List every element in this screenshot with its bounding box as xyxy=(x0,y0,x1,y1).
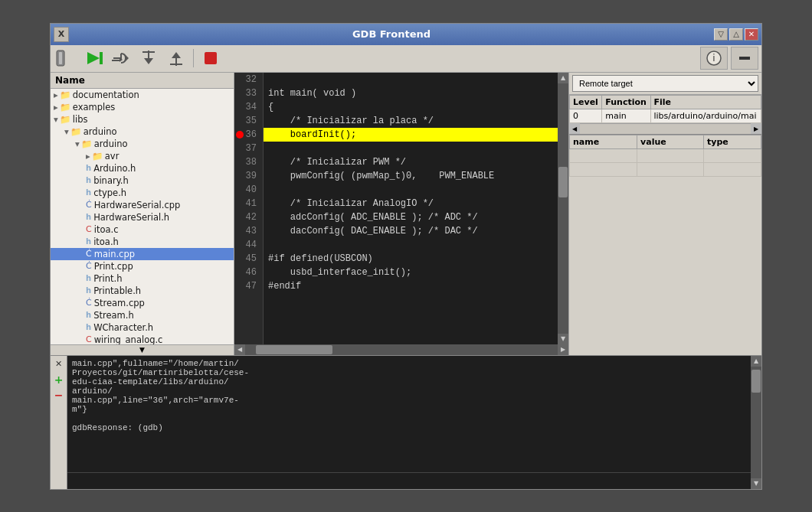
tree-item[interactable]: hctype.h xyxy=(51,187,234,199)
tree-item[interactable]: hHardwareSerial.h xyxy=(51,211,234,223)
line-number: 36 xyxy=(237,128,260,142)
close-button[interactable]: ✕ xyxy=(745,28,758,41)
svg-marker-11 xyxy=(172,52,181,58)
scrollbar-up-btn[interactable]: ▲ xyxy=(558,73,568,83)
tree-item[interactable]: hbinary.h xyxy=(51,174,234,187)
tree-item[interactable]: ▾📁arduino xyxy=(51,126,234,138)
tree-item[interactable]: hStream.h xyxy=(51,309,234,321)
code-line: /* Inicializar PWM */ xyxy=(264,155,558,169)
vars-value-cell-2 xyxy=(637,162,704,176)
line-number: 43 xyxy=(237,224,260,238)
vars-table: name value type xyxy=(569,135,761,177)
code-line xyxy=(264,73,558,86)
stack-col-function: Function xyxy=(602,95,650,109)
scrollbar-thumb[interactable] xyxy=(558,167,568,197)
line-number: 32 xyxy=(237,73,260,86)
toolbar-sep1 xyxy=(193,49,194,67)
code-line: dacConfig( DAC_ENABLE ); /* DAC */ xyxy=(264,224,558,238)
vars-type-cell-2 xyxy=(704,162,761,176)
tree-item[interactable]: ĊPrint.cpp xyxy=(51,260,234,272)
collapse-button[interactable]: ▽ xyxy=(714,28,728,41)
scrollbar-right-btn[interactable]: ▶ xyxy=(558,344,568,355)
run-button[interactable] xyxy=(81,47,106,69)
code-hscrollbar[interactable]: ◀ ▶ xyxy=(234,344,568,355)
info-button[interactable]: i xyxy=(700,47,728,70)
line-number: 34 xyxy=(237,100,260,114)
maximize-button[interactable]: △ xyxy=(729,28,743,41)
scrollbar-left-btn[interactable]: ◀ xyxy=(234,344,245,355)
stack-col-level: Level xyxy=(570,95,602,109)
line-number: 46 xyxy=(237,266,260,279)
step-into-button[interactable] xyxy=(136,47,161,69)
console-scroll-down[interactable]: ▼ xyxy=(751,478,761,489)
code-line: int main( void ) xyxy=(264,86,558,100)
svg-marker-8 xyxy=(144,58,153,64)
x-logo: X xyxy=(54,27,69,42)
tree-item[interactable]: hWCharacter.h xyxy=(51,321,234,334)
tree-item[interactable]: ▸📁examples xyxy=(51,101,234,113)
tree-item[interactable]: ĊStream.cpp xyxy=(51,297,234,309)
tree-item[interactable]: ▸📁documentation xyxy=(51,89,234,101)
code-line: { xyxy=(264,100,558,114)
tree-item[interactable]: Ċmain.cpp xyxy=(51,248,234,260)
stack-level: 0 xyxy=(570,109,602,122)
console-vscrollbar[interactable]: ▲ ▼ xyxy=(751,356,761,489)
code-line: #if defined(USBCON) xyxy=(264,252,558,266)
tree-item[interactable]: ĊHardwareSerial.cpp xyxy=(51,199,234,211)
titlebar-title: GDB Frontend xyxy=(69,28,714,40)
console-input[interactable] xyxy=(67,473,751,489)
tree-item[interactable]: Cwiring_analog.c xyxy=(51,334,234,344)
svg-rect-1 xyxy=(59,52,62,64)
line-number: 33 xyxy=(237,86,260,100)
tree-item[interactable]: ▾📁arduino xyxy=(51,138,234,150)
file-tree: Name ▸📁documentation▸📁examples▾📁libs▾📁ar… xyxy=(51,73,234,355)
tree-item[interactable]: hPrintable.h xyxy=(51,285,234,297)
remote-target-select[interactable]: Remote target xyxy=(572,75,758,92)
svg-text:i: i xyxy=(712,53,715,64)
code-line: adcConfig( ADC_ENABLE ); /* ADC */ xyxy=(264,210,558,224)
vars-col-value: value xyxy=(637,135,704,148)
file-tree-body[interactable]: ▸📁documentation▸📁examples▾📁libs▾📁arduino… xyxy=(51,89,234,344)
tree-item[interactable]: ▾📁libs xyxy=(51,113,234,126)
code-line: /* Inicializar la placa */ xyxy=(264,114,558,128)
console-output[interactable]: main.cpp",fullname="/home/martin/ Proyec… xyxy=(67,356,751,472)
console-plus-btn[interactable]: + xyxy=(52,373,66,386)
stack-row[interactable]: 0mainlibs/arduino/arduino/mai xyxy=(570,109,761,122)
svg-rect-5 xyxy=(112,60,120,61)
stack-table: Level Function File 0mainlibs/arduino/ar… xyxy=(569,95,761,123)
tree-item[interactable]: ▸📁avr xyxy=(51,150,234,162)
right-panel: Remote target Level Function File 0mainl… xyxy=(568,73,761,355)
console-input-area xyxy=(67,472,751,489)
line-number: 41 xyxy=(237,197,260,210)
tree-scroll-down[interactable]: ▼ xyxy=(51,344,234,355)
svg-rect-13 xyxy=(205,52,217,64)
code-line xyxy=(264,238,558,252)
scrollbar-down-btn[interactable]: ▼ xyxy=(558,334,568,344)
tree-item[interactable]: hitoa.h xyxy=(51,236,234,248)
scrollbar-h-thumb[interactable] xyxy=(256,345,332,354)
stop-button[interactable] xyxy=(198,47,223,69)
svg-rect-3 xyxy=(100,52,103,64)
line-numbers: 32333435363738394041424344454647 xyxy=(234,73,264,344)
line-number: 47 xyxy=(237,279,260,293)
console-minus-btn[interactable]: − xyxy=(52,388,66,402)
tree-item[interactable]: Citoa.c xyxy=(51,223,234,236)
console-scroll-up[interactable]: ▲ xyxy=(751,356,761,367)
console-close-btn[interactable]: ✕ xyxy=(52,357,66,371)
stack-hscrollbar[interactable]: ◀ ▶ xyxy=(569,123,761,134)
svg-marker-4 xyxy=(126,55,129,61)
tree-item[interactable]: hPrint.h xyxy=(51,272,234,285)
line-number: 35 xyxy=(237,114,260,128)
vars-type-cell xyxy=(704,148,761,162)
vars-panel: name value type xyxy=(569,134,761,177)
vars-name-cell-2 xyxy=(570,162,637,176)
stack-file: libs/arduino/arduino/mai xyxy=(650,109,761,122)
code-vscrollbar[interactable]: ▲ ▼ xyxy=(558,73,568,344)
minus-button[interactable] xyxy=(731,47,758,70)
code-line xyxy=(264,183,558,197)
step-out-button[interactable] xyxy=(164,47,188,69)
step-over-button[interactable] xyxy=(109,47,133,69)
console-scroll-thumb[interactable] xyxy=(751,370,761,393)
tree-item[interactable]: hArduino.h xyxy=(51,162,234,174)
stack-section: Level Function File 0mainlibs/arduino/ar… xyxy=(569,95,761,123)
